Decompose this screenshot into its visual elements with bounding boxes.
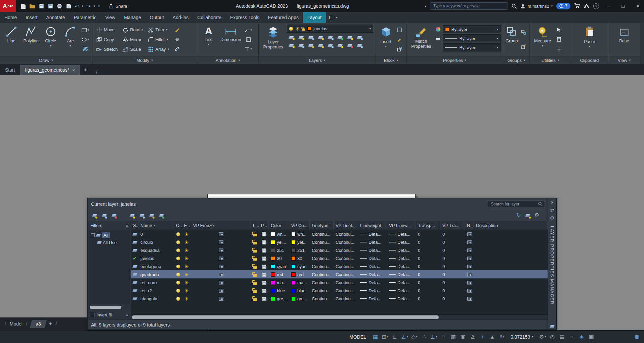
new-vp-freeze-icon[interactable] bbox=[467, 289, 472, 293]
hatch-tool-icon[interactable] bbox=[81, 46, 90, 52]
properties-panel-label[interactable]: Properties▾ bbox=[406, 56, 503, 64]
group-edit-tool-icon[interactable] bbox=[519, 43, 528, 50]
layer-delete-tool[interactable] bbox=[345, 42, 354, 49]
share-button[interactable]: Share bbox=[109, 4, 127, 9]
lineweight-value[interactable]: Defa... bbox=[369, 272, 381, 277]
layer-on-icon[interactable] bbox=[176, 289, 180, 293]
palette-close-icon[interactable]: × bbox=[551, 200, 553, 205]
transparency-value[interactable]: 0 bbox=[416, 256, 440, 261]
insert-block-tool[interactable]: Insert ▾ bbox=[378, 25, 393, 54]
col-on[interactable]: O.. bbox=[174, 221, 182, 230]
arc-tool[interactable]: Arc ▾ bbox=[61, 25, 80, 54]
filters-collapse-icon[interactable]: « bbox=[126, 223, 128, 228]
search-icon[interactable] bbox=[512, 4, 517, 9]
layer-search-icon[interactable] bbox=[538, 202, 543, 206]
layer-row[interactable]: ✔ quadrado ☀ red red Continu... Cont bbox=[131, 270, 548, 278]
minimize-button[interactable]: − bbox=[603, 0, 614, 12]
layer-lock-icon[interactable] bbox=[253, 234, 257, 236]
vp-linetype-value[interactable]: Continu... bbox=[334, 288, 358, 293]
layer-row[interactable]: ✔ 0 ☀ wh... wh... Continu... Continu bbox=[131, 230, 548, 238]
block-panel-label[interactable]: Block▾ bbox=[376, 56, 406, 64]
transparency-value[interactable]: 0 bbox=[416, 264, 440, 269]
palette-autohide-icon[interactable]: ⇄ bbox=[550, 208, 554, 213]
layer-row[interactable]: ✔ ret_r2 ☀ blue blue Continu... Cont bbox=[131, 287, 548, 295]
redo-dropdown-icon[interactable]: ▾ bbox=[94, 5, 95, 8]
layer-row[interactable]: ✔ pentagono ☀ cyan cyan Continu... C bbox=[131, 262, 548, 270]
create-block-tool-icon[interactable] bbox=[395, 27, 404, 33]
polyline-tool[interactable]: Polyline bbox=[22, 25, 40, 54]
layer-current-tool[interactable] bbox=[336, 34, 344, 41]
circle-dropdown-icon[interactable]: ▾ bbox=[50, 44, 51, 47]
measure-tool[interactable]: Measure ▾ bbox=[532, 25, 553, 54]
layer-state-icon[interactable] bbox=[128, 212, 136, 219]
ribbon-tab[interactable]: Express Tools bbox=[226, 12, 264, 23]
layer-on-icon[interactable] bbox=[176, 240, 180, 244]
layer-change-tool[interactable] bbox=[326, 42, 335, 49]
linetype-value[interactable]: Continu... bbox=[310, 264, 334, 269]
quick-calc-tool-icon[interactable] bbox=[555, 36, 563, 43]
polar-tracking-icon[interactable]: ∠▾ bbox=[400, 333, 409, 341]
layer-off-tool[interactable] bbox=[287, 34, 296, 41]
lineweight-list-icon[interactable] bbox=[435, 36, 441, 40]
ribbon-tab[interactable]: Insert bbox=[21, 12, 42, 23]
layer-row[interactable]: ✔ triangulo ☀ gre... gre... Continu... bbox=[131, 295, 548, 303]
vp-color-swatch[interactable] bbox=[291, 280, 296, 285]
arc-dropdown-icon[interactable]: ▾ bbox=[70, 44, 71, 47]
vp-lineweight-value[interactable]: Defa... bbox=[397, 248, 410, 253]
layer-search-input[interactable] bbox=[488, 200, 544, 208]
vp-color-swatch[interactable] bbox=[291, 240, 296, 244]
document-close-icon[interactable]: × bbox=[72, 68, 75, 73]
block-editor-tool-icon[interactable] bbox=[395, 46, 404, 52]
col-vp-transparency[interactable]: VP Tra... bbox=[440, 221, 465, 230]
col-description[interactable]: Description bbox=[474, 221, 548, 230]
line-tool[interactable]: Line bbox=[2, 25, 20, 54]
paste-tool[interactable]: Paste ▾ bbox=[581, 25, 599, 54]
layer-properties-button[interactable]: Layer Properties bbox=[261, 25, 285, 54]
lineweight-icon[interactable]: ≡▾ bbox=[439, 333, 448, 341]
ungroup-tool-icon[interactable] bbox=[519, 29, 528, 36]
layer-name[interactable]: circulo bbox=[138, 240, 174, 245]
vp-lineweight-value[interactable]: Defa... bbox=[397, 296, 410, 301]
vp-color-swatch[interactable] bbox=[291, 297, 296, 301]
layer-freeze-icon[interactable]: ☀ bbox=[184, 256, 189, 261]
maximize-button[interactable]: □ bbox=[617, 0, 629, 12]
layer-row[interactable]: ✔ ret_ouro ☀ ma... ma... Continu... bbox=[131, 278, 548, 287]
vp-freeze-icon[interactable] bbox=[219, 273, 223, 276]
close-button[interactable]: × bbox=[632, 0, 643, 12]
plot-icon[interactable] bbox=[56, 3, 62, 9]
color-swatch[interactable] bbox=[271, 248, 275, 253]
new-vp-freeze-icon[interactable] bbox=[467, 265, 472, 268]
fillet-tool[interactable]: Fillet▾ bbox=[146, 35, 171, 44]
layer-on-icon[interactable] bbox=[176, 297, 180, 301]
dimension-tool[interactable]: Dimension bbox=[219, 25, 242, 54]
lineweight-value[interactable]: Defa... bbox=[369, 280, 381, 285]
vp-color-swatch[interactable] bbox=[291, 256, 296, 261]
layer-freeze-icon[interactable]: ☀ bbox=[184, 248, 189, 253]
layer-on-icon[interactable] bbox=[176, 265, 180, 268]
layer-plot-icon[interactable] bbox=[262, 258, 266, 261]
layer-lock-icon[interactable] bbox=[253, 290, 257, 293]
autodesk-logo-icon[interactable] bbox=[584, 3, 590, 9]
layer-row[interactable]: ✔ janelas ☀ 30 30 Continu... Continu bbox=[131, 254, 548, 262]
vp-lineweight-value[interactable]: Defa... bbox=[397, 280, 410, 285]
freeze-in-vp-icon[interactable] bbox=[138, 212, 145, 219]
layer-freeze-icon[interactable]: ☀ bbox=[184, 264, 189, 269]
linetype-value[interactable]: Continu... bbox=[310, 296, 334, 301]
vp-freeze-icon[interactable] bbox=[219, 289, 223, 293]
annotation-monitor-icon[interactable]: ◎▾ bbox=[548, 333, 557, 341]
layer-isolate-tool[interactable] bbox=[297, 34, 305, 41]
object-snap-icon[interactable]: ⊥▾ bbox=[429, 333, 438, 341]
vp-freeze-icon[interactable] bbox=[219, 265, 223, 268]
vp-lineweight-value[interactable]: Defa... bbox=[397, 272, 410, 277]
linetype-value[interactable]: Continu... bbox=[310, 240, 334, 245]
text-style-tool-icon[interactable]: ▾ bbox=[244, 46, 253, 52]
group-tool[interactable]: Group bbox=[506, 25, 518, 54]
quick-select-tool-icon[interactable] bbox=[555, 27, 563, 33]
transparency-value[interactable]: 0 bbox=[416, 240, 440, 245]
start-tab[interactable]: Start bbox=[0, 65, 20, 75]
layer-plot-icon[interactable] bbox=[262, 290, 266, 293]
transparency-value[interactable]: 0 bbox=[416, 272, 440, 277]
publish-icon[interactable] bbox=[66, 3, 72, 9]
lineweight-combo[interactable]: ByLayer ▾ bbox=[443, 34, 501, 42]
autoscale-icon[interactable]: ↻▾ bbox=[498, 333, 507, 341]
